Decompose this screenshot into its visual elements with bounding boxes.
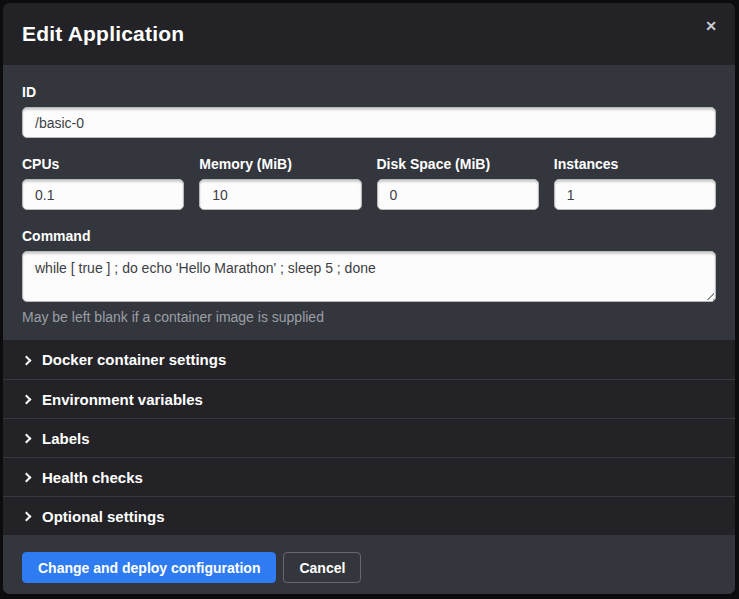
change-and-deploy-button[interactable]: Change and deploy configuration [22,552,276,583]
memory-label: Memory (MiB) [199,156,361,172]
modal-title: Edit Application [22,22,184,46]
close-icon[interactable]: ✕ [700,15,722,37]
memory-input[interactable] [199,179,361,210]
command-textarea-wrap: while [ true ] ; do echo 'Hello Marathon… [22,251,716,302]
command-label: Command [22,228,716,244]
cpus-field-group: CPUs [22,156,184,210]
section-docker-container-settings[interactable]: Docker container settings [3,340,735,379]
cpus-input[interactable] [22,179,184,210]
modal-footer: Change and deploy configuration Cancel [3,535,735,594]
section-optional-settings[interactable]: Optional settings [3,496,735,535]
command-field-group: Command while [ true ] ; do echo 'Hello … [22,228,716,325]
instances-input[interactable] [554,179,716,210]
cancel-button[interactable]: Cancel [283,552,361,583]
chevron-right-icon [22,512,32,522]
command-help-text: May be left blank if a container image i… [22,309,716,325]
accordion-sections: Docker container settings Environment va… [3,340,735,535]
edit-application-modal: Edit Application ✕ ID CPUs Memory (MiB) … [3,3,735,594]
disk-space-label: Disk Space (MiB) [377,156,539,172]
section-label: Optional settings [42,508,165,525]
section-environment-variables[interactable]: Environment variables [3,379,735,418]
section-label: Docker container settings [42,351,226,368]
instances-label: Instances [554,156,716,172]
section-label: Environment variables [42,391,203,408]
section-labels[interactable]: Labels [3,418,735,457]
chevron-right-icon [22,355,32,365]
resources-row: CPUs Memory (MiB) Disk Space (MiB) Insta… [22,156,716,210]
chevron-right-icon [22,473,32,483]
chevron-right-icon [22,395,32,405]
cpus-label: CPUs [22,156,184,172]
id-label: ID [22,84,716,100]
command-textarea[interactable]: while [ true ] ; do echo 'Hello Marathon… [22,251,716,302]
modal-backdrop: Edit Application ✕ ID CPUs Memory (MiB) … [0,0,739,599]
section-health-checks[interactable]: Health checks [3,457,735,496]
id-input[interactable] [22,107,716,138]
section-label: Health checks [42,469,143,486]
section-label: Labels [42,430,90,447]
modal-header: Edit Application ✕ [3,3,735,65]
chevron-right-icon [22,434,32,444]
memory-field-group: Memory (MiB) [199,156,361,210]
disk-space-input[interactable] [377,179,539,210]
instances-field-group: Instances [554,156,716,210]
id-field-group: ID [22,84,716,138]
application-form: ID CPUs Memory (MiB) Disk Space (MiB) In [3,65,735,340]
disk-space-field-group: Disk Space (MiB) [377,156,539,210]
